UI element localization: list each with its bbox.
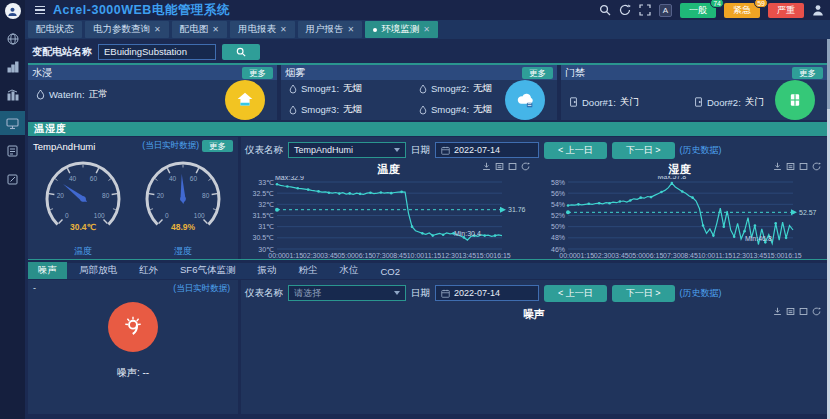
chart-toolbox bbox=[482, 162, 530, 171]
menu-toggle-icon[interactable] bbox=[35, 6, 45, 15]
top-header: Acrel-3000WEB电能管理系统 A 一般 74 紧急 59 严重 bbox=[25, 0, 830, 20]
next-day-button[interactable]: 下一日 > bbox=[612, 142, 675, 159]
tab-power-parameter-query[interactable]: 电力参数查询✕ bbox=[85, 21, 169, 38]
close-icon[interactable]: ✕ bbox=[280, 26, 287, 34]
door-panels-icon bbox=[785, 90, 805, 110]
sidebar-item-edit[interactable] bbox=[0, 167, 25, 191]
history-data-link[interactable]: (历史数据) bbox=[680, 144, 722, 157]
alarm-urgent-button[interactable]: 紧急 59 bbox=[724, 3, 760, 18]
sidebar-item-monitor[interactable] bbox=[0, 111, 25, 135]
realtime-data-label: (当日实时数据) bbox=[173, 283, 230, 295]
svg-text:31℃: 31℃ bbox=[258, 223, 274, 230]
meter-name-label: 仪表名称 bbox=[245, 287, 283, 300]
user-icon[interactable] bbox=[812, 4, 824, 16]
magic-type-icon[interactable] bbox=[508, 162, 517, 171]
bar-chart-icon bbox=[7, 61, 19, 73]
humidity-chart: 湿度 58%56%54%52%50%48%46%00:0001:1502:300… bbox=[536, 162, 823, 260]
next-day-button[interactable]: 下一日 > bbox=[612, 285, 675, 302]
magic-type-icon[interactable] bbox=[799, 307, 808, 316]
meter-select[interactable]: TempAndHumi bbox=[288, 142, 406, 158]
smoke-more-button[interactable]: 更多 bbox=[522, 67, 553, 79]
water-status-icon bbox=[225, 80, 265, 120]
search-icon[interactable] bbox=[599, 4, 611, 16]
tab-distribution-status[interactable]: 配电状态 bbox=[28, 21, 82, 38]
prev-day-button[interactable]: < 上一日 bbox=[544, 142, 607, 159]
refresh-icon[interactable] bbox=[619, 4, 631, 16]
magic-type-icon[interactable] bbox=[799, 162, 808, 171]
close-icon[interactable]: ✕ bbox=[212, 26, 219, 34]
door-sensor-item: Door#1:关门 bbox=[569, 88, 694, 116]
fullscreen-icon[interactable] bbox=[639, 4, 651, 16]
restore-icon[interactable] bbox=[812, 307, 821, 316]
svg-text:50%: 50% bbox=[551, 223, 565, 230]
data-view-icon[interactable] bbox=[786, 307, 795, 316]
tab-partial-discharge[interactable]: 局部放电 bbox=[69, 262, 127, 279]
history-data-link[interactable]: (历史数据) bbox=[680, 287, 722, 300]
tab-noise[interactable]: 噪声 bbox=[28, 262, 67, 279]
download-icon[interactable] bbox=[482, 162, 491, 171]
noise-reading: 噪声: -- bbox=[28, 366, 238, 380]
droplet-icon bbox=[289, 84, 297, 94]
close-icon[interactable]: ✕ bbox=[423, 26, 430, 34]
user-avatar[interactable] bbox=[5, 3, 21, 19]
station-name-input[interactable] bbox=[98, 44, 216, 60]
date-picker[interactable]: 2022-07-14 bbox=[435, 285, 539, 301]
date-picker[interactable]: 2022-07-14 bbox=[435, 142, 539, 158]
tab-sf6-gas[interactable]: SF6气体监测 bbox=[170, 262, 245, 279]
door-more-button[interactable]: 更多 bbox=[792, 67, 823, 79]
temperature-gauge-label[interactable]: 温度 bbox=[74, 245, 92, 258]
tab-environment-monitoring[interactable]: 环境监测✕ bbox=[365, 21, 438, 38]
water-more-button[interactable]: 更多 bbox=[242, 67, 273, 79]
smoke-status-icon bbox=[505, 80, 545, 120]
column-chart-icon bbox=[7, 89, 19, 101]
station-search-button[interactable] bbox=[222, 44, 260, 60]
svg-text:16:15: 16:15 bbox=[493, 252, 511, 259]
tab-infrared[interactable]: 红外 bbox=[129, 262, 168, 279]
svg-text:13:45: 13:45 bbox=[750, 252, 768, 259]
svg-text:80: 80 bbox=[202, 192, 210, 199]
alarm-general-button[interactable]: 一般 74 bbox=[680, 3, 716, 18]
data-view-icon[interactable] bbox=[495, 162, 504, 171]
svg-text:Min:30.4: Min:30.4 bbox=[454, 230, 481, 237]
tab-vibration[interactable]: 振动 bbox=[247, 262, 286, 279]
tab-distribution-diagram[interactable]: 配电图✕ bbox=[172, 21, 227, 38]
language-icon[interactable]: A bbox=[659, 4, 672, 17]
meter-select[interactable]: 请选择 bbox=[288, 285, 406, 301]
alarm-critical-button[interactable]: 严重 bbox=[768, 3, 804, 18]
cloud-icon bbox=[514, 89, 536, 111]
close-icon[interactable]: ✕ bbox=[154, 26, 161, 34]
tab-water-level[interactable]: 水位 bbox=[329, 262, 368, 279]
data-view-icon[interactable] bbox=[786, 162, 795, 171]
svg-text:60: 60 bbox=[90, 175, 98, 182]
svg-text:54%: 54% bbox=[551, 201, 565, 208]
prev-day-button[interactable]: < 上一日 bbox=[544, 285, 607, 302]
temperature-chart: 温度 33℃32.5℃32℃31.5℃31℃30.5℃30℃00:0001:15… bbox=[245, 162, 532, 260]
tab-dust[interactable]: 粉尘 bbox=[288, 262, 327, 279]
restore-icon[interactable] bbox=[521, 162, 530, 171]
sidebar-item-document[interactable] bbox=[0, 139, 25, 163]
svg-text:48.9%: 48.9% bbox=[171, 222, 196, 232]
humidity-gauge-label[interactable]: 湿度 bbox=[174, 245, 192, 258]
temp-humi-more-button[interactable]: 更多 bbox=[202, 140, 233, 152]
alarm-urgent-badge: 59 bbox=[754, 0, 768, 8]
house-water-icon bbox=[234, 89, 256, 111]
tab-co2[interactable]: CO2 bbox=[370, 264, 410, 279]
smoke-sensor-item: Smog#1:无烟 bbox=[289, 82, 419, 95]
download-icon[interactable] bbox=[773, 162, 782, 171]
svg-text:30.4℃: 30.4℃ bbox=[70, 222, 97, 232]
sidebar-item-column-chart[interactable] bbox=[0, 83, 25, 107]
svg-text:05:00: 05:00 bbox=[337, 252, 355, 259]
restore-icon[interactable] bbox=[812, 162, 821, 171]
download-icon[interactable] bbox=[773, 307, 782, 316]
sidebar-item-bar-chart[interactable] bbox=[0, 55, 25, 79]
search-icon bbox=[236, 47, 246, 57]
svg-text:31.76: 31.76 bbox=[508, 206, 526, 213]
tab-energy-report[interactable]: 用电报表✕ bbox=[230, 21, 295, 38]
temp-humi-charts-panel: 仪表名称 TempAndHumi 日期 2022-07-14 < 上一日 下一日… bbox=[241, 137, 827, 259]
tab-user-report[interactable]: 用户报告✕ bbox=[298, 21, 363, 38]
temperature-gauge: 02040608010030.4℃ bbox=[37, 153, 129, 249]
sidebar-item-globe[interactable] bbox=[0, 27, 25, 51]
svg-text:33℃: 33℃ bbox=[258, 179, 274, 186]
globe-icon bbox=[7, 33, 19, 45]
close-icon[interactable]: ✕ bbox=[348, 26, 355, 34]
